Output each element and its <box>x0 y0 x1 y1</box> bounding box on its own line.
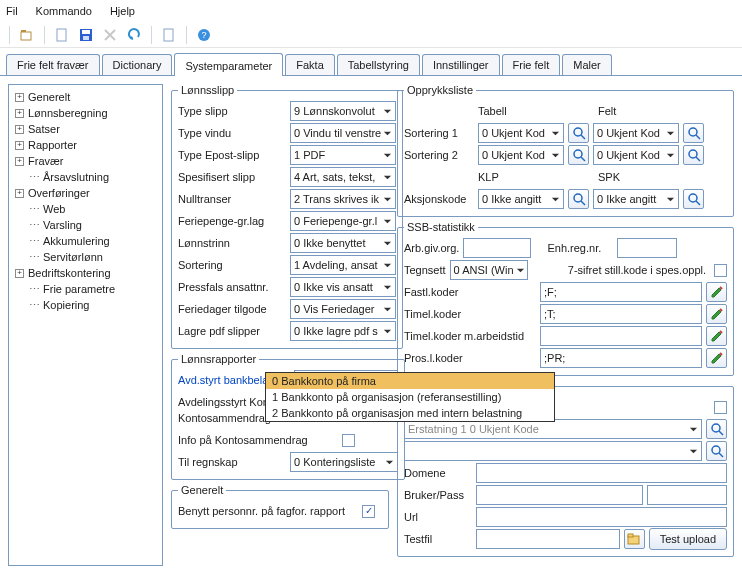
tree-l-nnsberegning[interactable]: +Lønnsberegning <box>11 105 160 121</box>
tree-frie-parametre[interactable]: ⋯Frie parametre <box>11 281 160 297</box>
select-ls-8[interactable]: 0 Ikke vis ansatt <box>290 277 396 297</box>
button-test-upload[interactable]: Test upload <box>649 528 727 550</box>
edit-ssb-1[interactable] <box>706 304 727 324</box>
label-ssb-2: Timel.koder m.arbeidstid <box>404 330 536 342</box>
browse-testfil[interactable] <box>624 529 645 549</box>
toolbar-new-icon[interactable] <box>52 25 72 45</box>
select-erstatning2[interactable] <box>404 441 702 461</box>
chevron-down-icon <box>383 173 392 182</box>
input-url[interactable] <box>476 507 727 527</box>
select-ls-2[interactable]: 1 PDF <box>290 145 396 165</box>
toolbar-help-icon[interactable]: ? <box>194 25 214 45</box>
tab-maler[interactable]: Maler <box>562 54 612 75</box>
input-testfil[interactable] <box>476 529 620 549</box>
tree-web[interactable]: ⋯Web <box>11 201 160 217</box>
toolbar-page-icon[interactable] <box>159 25 179 45</box>
select-til-regnskap[interactable]: 0 Konteringsliste <box>290 452 398 472</box>
tree[interactable]: +Generelt+Lønnsberegning+Satser+Rapporte… <box>8 84 163 566</box>
select-ls-4[interactable]: 2 Trans skrives ik <box>290 189 396 209</box>
tab-frie-felt-frav-r[interactable]: Frie felt fravær <box>6 54 100 75</box>
dropdown-option-0[interactable]: 0 Bankkonto på firma <box>266 373 554 389</box>
tree-satser[interactable]: +Satser <box>11 121 160 137</box>
select-ls-5[interactable]: 0 Feriepenge-gr.l <box>290 211 396 231</box>
tree-varsling[interactable]: ⋯Varsling <box>11 217 160 233</box>
toolbar-save-icon[interactable] <box>76 25 96 45</box>
select-aksjon-klp[interactable]: 0 Ikke angitt <box>478 189 564 209</box>
input-bruker[interactable] <box>476 485 643 505</box>
select-sort2-tabell-lookup[interactable] <box>568 145 589 165</box>
dropdown-option-1[interactable]: 1 Bankkonto på organisasjon (referansest… <box>266 389 554 405</box>
input-ssb-3[interactable]: ;PR; <box>540 348 702 368</box>
checkbox-xml-ess[interactable] <box>714 401 727 414</box>
tree--rsavslutning[interactable]: ⋯Årsavslutning <box>11 169 160 185</box>
tab-tabellstyring[interactable]: Tabellstyring <box>337 54 420 75</box>
tab-systemparameter[interactable]: Systemparameter <box>174 53 283 76</box>
select-ls-6[interactable]: 0 Ikke benyttet <box>290 233 396 253</box>
tree-generelt[interactable]: +Generelt <box>11 89 160 105</box>
select-sort1-felt[interactable]: 0 Ukjent Kod <box>593 123 679 143</box>
tab-frie-felt[interactable]: Frie felt <box>502 54 561 75</box>
select-ls-3[interactable]: 4 Art, sats, tekst, <box>290 167 396 187</box>
tab-innstillinger[interactable]: Innstillinger <box>422 54 500 75</box>
menu-fil[interactable]: Fil <box>6 5 18 17</box>
toolbar-open-icon[interactable] <box>17 25 37 45</box>
label-sort2: Sortering 2 <box>404 149 474 161</box>
tree-servit-rl-nn[interactable]: ⋯Servitørlønn <box>11 249 160 265</box>
edit-ssb-2[interactable] <box>706 326 727 346</box>
menu-hjelp[interactable]: Hjelp <box>110 5 135 17</box>
select-ls-0[interactable]: 9 Lønnskonvolut <box>290 101 396 121</box>
tree-frav-r[interactable]: +Fravær <box>11 153 160 169</box>
lookup-erstatning1[interactable] <box>706 419 727 439</box>
svg-point-23 <box>712 446 720 454</box>
tree-rapporter[interactable]: +Rapporter <box>11 137 160 153</box>
tab-fakta[interactable]: Fakta <box>285 54 335 75</box>
menu-kommando[interactable]: Kommando <box>36 5 92 17</box>
select-ls-1[interactable]: 0 Vindu til venstre <box>290 123 396 143</box>
select-sort1-tabell-lookup[interactable] <box>568 123 589 143</box>
edit-ssb-3[interactable] <box>706 348 727 368</box>
select-tegnsett[interactable]: 0 ANSI (Win <box>450 260 528 280</box>
select-ls-7[interactable]: 1 Avdeling, ansat <box>290 255 396 275</box>
input-ssb-0[interactable]: ;F; <box>540 282 702 302</box>
input-enhreg[interactable] <box>617 238 677 258</box>
tree-overf-ringer[interactable]: +Overføringer <box>11 185 160 201</box>
select-sort1-tabell[interactable]: 0 Ukjent Kod <box>478 123 564 143</box>
dropdown-avdstyrt-popup[interactable]: 0 Bankkonto på firma1 Bankkonto på organ… <box>265 372 555 422</box>
select-aksjon-spk[interactable]: 0 Ikke angitt <box>593 189 679 209</box>
svg-rect-0 <box>21 32 31 40</box>
tree-bedriftskontering[interactable]: +Bedriftskontering <box>11 265 160 281</box>
input-pass[interactable] <box>647 485 727 505</box>
svg-line-22 <box>719 431 723 435</box>
input-domene[interactable] <box>476 463 727 483</box>
checkbox-info-kontosammendrag[interactable] <box>342 434 355 447</box>
select-ls-9[interactable]: 0 Vis Feriedager <box>290 299 396 319</box>
checkbox-7sifret[interactable] <box>714 264 727 277</box>
edit-ssb-0[interactable] <box>706 282 727 302</box>
dropdown-option-2[interactable]: 2 Bankkonto på organisasjon med intern b… <box>266 405 554 421</box>
tree-akkumulering[interactable]: ⋯Akkumulering <box>11 233 160 249</box>
select-sort2-tabell[interactable]: 0 Ukjent Kod <box>478 145 564 165</box>
input-ssb-1[interactable]: ;T; <box>540 304 702 324</box>
content: Lønnsslipp Type slipp9 LønnskonvolutType… <box>163 84 734 566</box>
svg-line-18 <box>581 201 585 205</box>
lookup-erstatning2[interactable] <box>706 441 727 461</box>
input-ssb-2[interactable] <box>540 326 702 346</box>
checkbox-benytt-personnr[interactable] <box>362 505 375 518</box>
lookup-aksjon-spk[interactable] <box>683 189 704 209</box>
toolbar-delete-icon[interactable] <box>100 25 120 45</box>
tab-dictionary[interactable]: Dictionary <box>102 54 173 75</box>
chevron-down-icon <box>383 151 392 160</box>
label-ls-8: Pressfals ansattnr. <box>178 281 286 293</box>
lookup-aksjon-klp[interactable] <box>568 189 589 209</box>
select-ls-10[interactable]: 0 Ikke lagre pdf s <box>290 321 396 341</box>
menubar: Fil Kommando Hjelp <box>0 0 742 22</box>
label-ssb-1: Timel.koder <box>404 308 536 320</box>
select-sort2-felt-lookup[interactable] <box>683 145 704 165</box>
select-erstatning1[interactable]: Erstatning 1 0 Ukjent Kode <box>404 419 702 439</box>
toolbar-undo-icon[interactable] <box>124 25 144 45</box>
tree-kopiering[interactable]: ⋯Kopiering <box>11 297 160 313</box>
group-generelt: Generelt Benytt personnr. på fagfor. rap… <box>171 484 389 529</box>
select-sort1-felt-lookup[interactable] <box>683 123 704 143</box>
input-arbgiv[interactable] <box>463 238 531 258</box>
select-sort2-felt[interactable]: 0 Ukjent Kod <box>593 145 679 165</box>
